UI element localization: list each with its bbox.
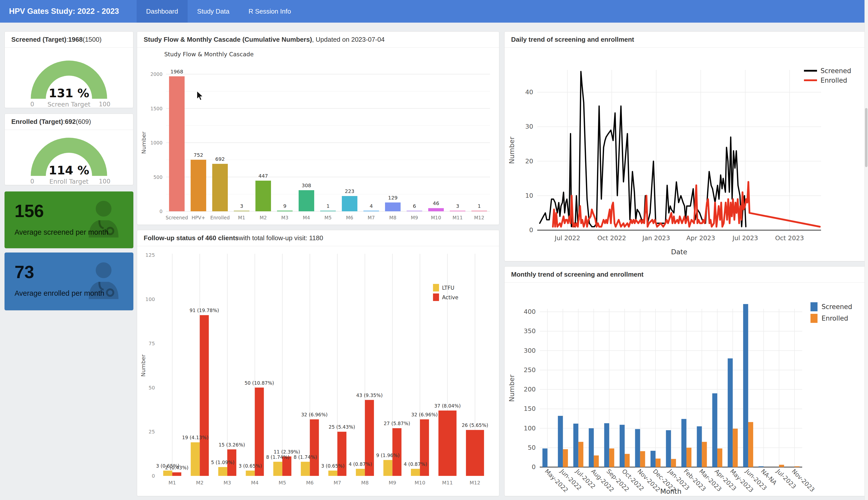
svg-text:M9: M9: [411, 215, 418, 220]
svg-text:25: 25: [149, 429, 155, 435]
svg-text:100: 100: [146, 296, 155, 302]
cascade-panel-title: Study Flow & Monthly Cascade (Cumulative…: [137, 32, 499, 48]
svg-text:M10: M10: [415, 480, 426, 486]
avg-screened-value-box: 156 Average screened per month: [4, 192, 134, 248]
svg-text:43 (9.35%): 43 (9.35%): [356, 393, 382, 398]
svg-text:Date: Date: [671, 248, 687, 256]
svg-text:M5: M5: [279, 480, 286, 486]
svg-text:M7: M7: [368, 215, 375, 220]
doctor-icon: [80, 197, 127, 243]
svg-text:100: 100: [99, 101, 111, 108]
svg-text:4 (0.87%): 4 (0.87%): [404, 461, 427, 467]
svg-text:Number: Number: [140, 354, 147, 377]
svg-text:752: 752: [194, 152, 203, 158]
svg-text:0: 0: [529, 226, 533, 234]
screen-target-gauge: 131 %0100Screen Target: [5, 48, 133, 108]
cursor-icon: [196, 90, 206, 102]
svg-text:8 (1.74%): 8 (1.74%): [293, 454, 317, 460]
svg-text:Oct 2023: Oct 2023: [775, 235, 804, 242]
svg-text:M12: M12: [470, 480, 481, 486]
svg-text:30: 30: [525, 123, 533, 130]
svg-text:Active: Active: [442, 295, 458, 300]
svg-text:M1: M1: [169, 480, 176, 486]
svg-text:M7: M7: [334, 480, 341, 486]
followup-panel-title: Follow-up status of 460 clients with tot…: [137, 230, 499, 246]
scrollbar-thumb[interactable]: [865, 108, 868, 167]
svg-text:Jan 2023: Jan 2023: [642, 235, 670, 242]
monthly-panel-title: Monthly trend of screening and enrollmen…: [505, 266, 865, 283]
daily-panel-title: Daily trend of screening and enrollment: [505, 32, 865, 48]
tab-study-data[interactable]: Study Data: [188, 0, 239, 23]
enrolled-gauge-panel: Enrolled (Target): 692 (609) 114 %0100En…: [4, 114, 134, 185]
svg-text:50: 50: [528, 444, 536, 451]
svg-text:500: 500: [153, 174, 162, 180]
svg-text:129: 129: [388, 195, 397, 201]
svg-text:9: 9: [283, 203, 287, 209]
svg-text:223: 223: [345, 188, 355, 194]
svg-text:1: 1: [326, 203, 330, 209]
svg-text:10: 10: [525, 192, 533, 199]
tab-dashboard[interactable]: Dashboard: [137, 0, 188, 23]
svg-text:27 (5.87%): 27 (5.87%): [384, 421, 410, 426]
svg-text:Study Flow & Monthly Cascade: Study Flow & Monthly Cascade: [164, 51, 254, 58]
svg-text:8 (1.74%): 8 (1.74%): [266, 454, 289, 460]
svg-text:Screen Target: Screen Target: [47, 101, 90, 108]
svg-text:Enroll Target: Enroll Target: [49, 178, 89, 185]
app-title: HPV Gates Study: 2022 - 2023: [0, 0, 137, 23]
screened-gauge-panel: Screened (Target): 1968 (1500) 131 %0100…: [4, 31, 134, 108]
tab-r-session-info[interactable]: R Session Info: [239, 0, 301, 23]
svg-text:M11: M11: [442, 480, 453, 486]
svg-text:50: 50: [149, 385, 155, 391]
svg-text:11 (2.39%): 11 (2.39%): [274, 449, 300, 455]
svg-text:308: 308: [302, 182, 311, 189]
svg-text:4 (0.87%): 4 (0.87%): [349, 461, 372, 467]
svg-text:26 (5.65%): 26 (5.65%): [462, 422, 488, 428]
svg-text:Enrolled: Enrolled: [822, 315, 848, 322]
svg-text:M8: M8: [361, 480, 369, 486]
cascade-bar-chart: 05001000150020001968Screened752HPV+692En…: [137, 48, 499, 225]
svg-text:Number: Number: [141, 132, 147, 154]
cascade-panel: Study Flow & Monthly Cascade (Cumulative…: [137, 31, 499, 225]
svg-text:HPV+: HPV+: [192, 215, 206, 220]
svg-text:19 (4.13%): 19 (4.13%): [182, 435, 208, 440]
svg-text:100: 100: [524, 425, 536, 432]
svg-text:M6: M6: [306, 480, 314, 486]
svg-text:3 (0.65%): 3 (0.65%): [321, 463, 345, 469]
svg-text:Number: Number: [508, 374, 516, 402]
followup-panel: Follow-up status of 460 clients with tot…: [137, 230, 499, 496]
svg-text:Jul 2023: Jul 2023: [732, 235, 758, 242]
svg-text:2000: 2000: [150, 71, 162, 77]
svg-text:32 (6.96%): 32 (6.96%): [301, 412, 327, 417]
svg-text:4: 4: [370, 203, 373, 209]
dashboard-page: { "header": { "title": "HPV Gates Study:…: [0, 0, 868, 500]
svg-text:0: 0: [152, 473, 155, 479]
svg-text:37 (8.04%): 37 (8.04%): [434, 403, 461, 409]
svg-text:M2: M2: [260, 215, 267, 220]
svg-text:5 (1.09%): 5 (1.09%): [211, 459, 234, 465]
svg-text:M4: M4: [251, 480, 259, 486]
svg-text:M5: M5: [324, 215, 332, 220]
svg-text:6: 6: [413, 203, 416, 209]
svg-text:Enrolled: Enrolled: [210, 215, 230, 220]
svg-text:0: 0: [31, 178, 34, 185]
svg-text:M11: M11: [453, 215, 463, 220]
svg-text:M9: M9: [389, 480, 396, 486]
svg-text:125: 125: [146, 252, 155, 258]
svg-text:15 (3.26%): 15 (3.26%): [219, 442, 245, 447]
svg-text:1500: 1500: [150, 106, 162, 111]
svg-text:2 (0.43%): 2 (0.43%): [165, 465, 188, 470]
monthly-bar-chart: 050100150200250300350400May-2022Jun-2022…: [505, 283, 865, 496]
svg-text:200: 200: [524, 386, 536, 393]
svg-text:M3: M3: [223, 480, 231, 486]
svg-text:Screened: Screened: [822, 303, 852, 310]
svg-text:447: 447: [258, 173, 268, 179]
svg-text:75: 75: [149, 340, 155, 346]
svg-text:Screened: Screened: [821, 67, 851, 75]
svg-text:3 (0.65%): 3 (0.65%): [239, 463, 262, 469]
svg-text:M2: M2: [196, 480, 204, 486]
followup-bar-chart: 02550751001253 (0.65%)2 (0.43%)M119 (4.1…: [137, 246, 499, 496]
svg-text:50 (10.87%): 50 (10.87%): [245, 380, 274, 386]
svg-text:40: 40: [525, 89, 533, 96]
svg-text:0: 0: [532, 463, 536, 470]
monthly-trend-panel: Monthly trend of screening and enrollmen…: [504, 266, 865, 496]
